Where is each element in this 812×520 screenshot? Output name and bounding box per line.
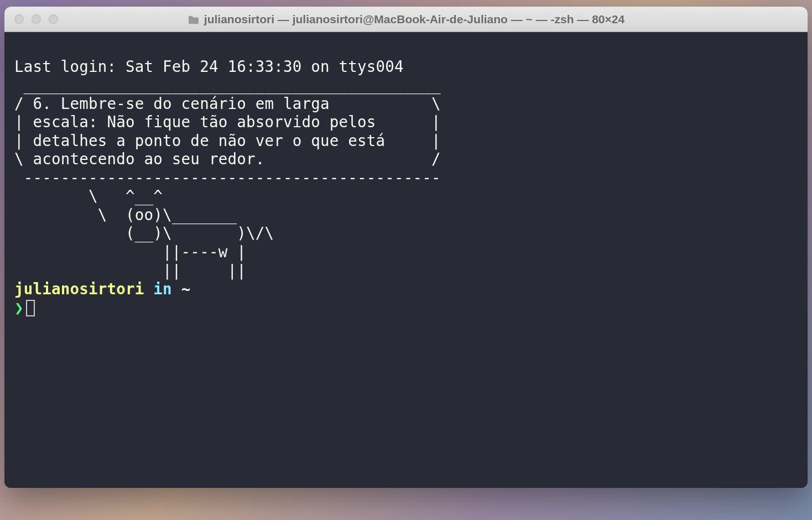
folder-icon <box>188 14 200 24</box>
prompt-line-1: julianosirtori in ~ <box>14 280 190 298</box>
cow-art-1: \ ^__^ <box>14 187 163 205</box>
prompt-symbol: ❯ <box>14 299 24 316</box>
terminal-window: julianosirtori — julianosirtori@MacBook-… <box>4 7 808 488</box>
cowsay-line-1: / 6. Lembre-se do cenário em larga \ <box>14 95 441 112</box>
cow-art-2: \ (oo)\_______ <box>14 206 237 223</box>
prompt-line-2[interactable]: ❯ <box>14 299 35 316</box>
cursor <box>26 300 35 316</box>
close-button[interactable] <box>14 14 24 24</box>
window-title-container: julianosirtori — julianosirtori@MacBook-… <box>14 13 798 26</box>
cowsay-line-2: | escala: Não fique tão absorvido pelos … <box>14 113 441 131</box>
prompt-user: julianosirtori <box>14 280 144 298</box>
cowsay-border-bottom: ----------------------------------------… <box>14 169 441 186</box>
cowsay-line-3: | detalhes a ponto de não ver o que está… <box>14 132 441 149</box>
cowsay-line-4: \ acontecendo ao seu redor. / <box>14 150 441 168</box>
terminal-body[interactable]: Last login: Sat Feb 24 16:33:30 on ttys0… <box>4 32 808 488</box>
traffic-lights <box>14 14 58 24</box>
titlebar[interactable]: julianosirtori — julianosirtori@MacBook-… <box>4 7 808 32</box>
cow-art-3: (__)\ )\/\ <box>14 224 274 242</box>
minimize-button[interactable] <box>32 14 41 24</box>
prompt-in: in <box>144 280 181 298</box>
cow-art-4: ||----w | <box>14 243 246 261</box>
cowsay-border-top: ________________________________________… <box>14 76 441 93</box>
prompt-path: ~ <box>181 280 191 298</box>
last-login-line: Last login: Sat Feb 24 16:33:30 on ttys0… <box>14 58 404 75</box>
window-title: julianosirtori — julianosirtori@MacBook-… <box>204 13 624 26</box>
maximize-button[interactable] <box>49 14 58 24</box>
cow-art-5: || || <box>14 262 246 279</box>
